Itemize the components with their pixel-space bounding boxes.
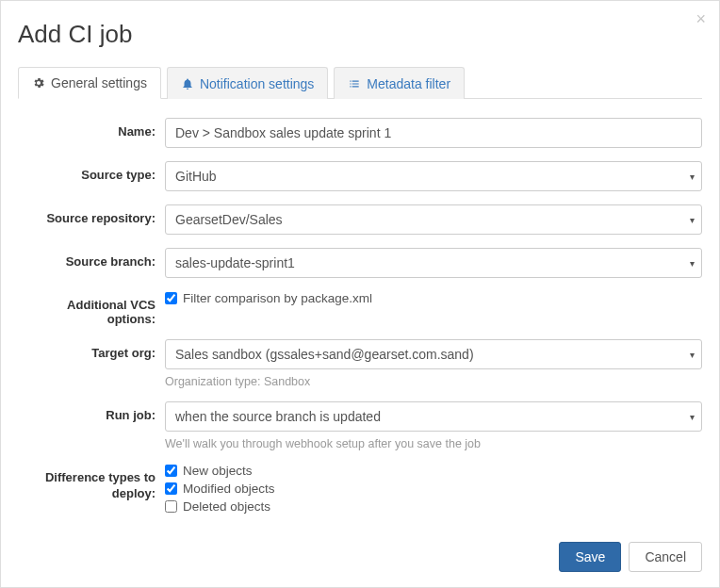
deleted-objects-checkbox[interactable] xyxy=(165,500,177,513)
filter-package-xml-label: Filter comparison by package.xml xyxy=(183,291,372,305)
target-org-label: Target org: xyxy=(18,339,165,360)
name-label: Name: xyxy=(18,118,165,139)
source-type-label: Source type: xyxy=(18,161,165,182)
deleted-objects-label: Deleted objects xyxy=(183,499,270,514)
deleted-objects-row[interactable]: Deleted objects xyxy=(165,499,702,514)
source-branch-label: Source branch: xyxy=(18,248,165,269)
modified-objects-label: Modified objects xyxy=(183,482,275,496)
tab-notification-settings[interactable]: Notification settings xyxy=(167,67,328,99)
source-repo-label: Source repository: xyxy=(18,204,165,225)
tab-metadata-filter[interactable]: Metadata filter xyxy=(334,67,465,99)
source-branch-select[interactable]: sales-update-sprint1 xyxy=(165,248,702,278)
org-type-help: Organization type: Sandbox xyxy=(165,375,702,388)
modified-objects-checkbox[interactable] xyxy=(165,482,177,495)
filter-package-xml-checkbox[interactable] xyxy=(165,292,177,304)
tab-label: Notification settings xyxy=(200,76,314,91)
save-button[interactable]: Save xyxy=(559,542,621,572)
add-ci-job-modal: × Add CI job General settings Notificati… xyxy=(0,0,720,588)
name-input[interactable] xyxy=(165,118,702,148)
new-objects-checkbox[interactable] xyxy=(165,465,177,477)
new-objects-row[interactable]: New objects xyxy=(165,464,702,478)
source-repo-select[interactable]: GearsetDev/Sales xyxy=(165,204,702,235)
target-org-select[interactable]: Sales sandbox (gssales+sand@gearset.com.… xyxy=(165,339,702,369)
filter-package-xml-row[interactable]: Filter comparison by package.xml xyxy=(165,291,702,305)
modal-title: Add CI job xyxy=(18,20,702,49)
source-type-select[interactable]: GitHub xyxy=(165,161,702,191)
gear-icon xyxy=(32,76,45,90)
tab-label: General settings xyxy=(51,75,147,90)
bell-icon xyxy=(181,77,194,90)
vcs-options-label: Additional VCS options: xyxy=(18,291,165,326)
modified-objects-row[interactable]: Modified objects xyxy=(165,482,702,496)
tab-label: Metadata filter xyxy=(367,76,450,91)
tab-general-settings[interactable]: General settings xyxy=(18,67,161,99)
run-job-help: We'll walk you through webhook setup aft… xyxy=(165,437,702,450)
tab-bar: General settings Notification settings M… xyxy=(18,66,702,99)
run-job-select[interactable]: when the source branch is updated xyxy=(165,401,702,432)
diff-types-label: Difference types to deploy: xyxy=(18,464,165,502)
cancel-button[interactable]: Cancel xyxy=(629,542,702,572)
close-icon[interactable]: × xyxy=(695,10,706,27)
list-icon xyxy=(348,77,361,90)
modal-footer: Save Cancel xyxy=(559,542,702,572)
run-job-label: Run job: xyxy=(18,401,165,422)
new-objects-label: New objects xyxy=(183,464,253,478)
general-settings-form: Name: Source type: GitHub Source reposit… xyxy=(18,99,702,517)
